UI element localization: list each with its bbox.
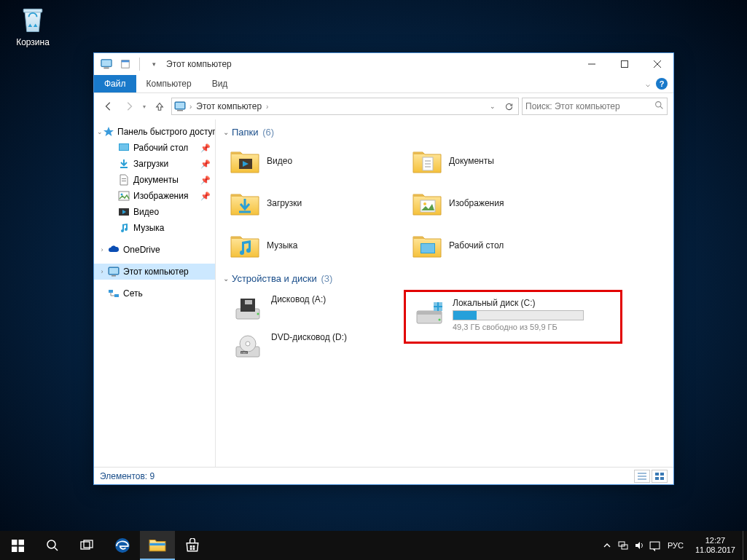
folder-item[interactable]: Музыка <box>229 228 411 263</box>
qat-properties-icon[interactable] <box>117 56 133 72</box>
recycle-bin[interactable]: Корзина <box>7 4 58 47</box>
taskbar-explorer[interactable] <box>140 531 175 560</box>
item-icon <box>117 205 130 218</box>
sidebar-item-label: Сеть <box>123 288 143 299</box>
sidebar-item[interactable]: Видео <box>94 204 215 220</box>
svg-point-41 <box>257 313 259 315</box>
tray-language[interactable]: РУС <box>663 541 688 550</box>
svg-rect-25 <box>112 275 116 277</box>
svg-rect-61 <box>660 477 664 480</box>
item-icon <box>117 221 130 234</box>
help-icon[interactable]: ? <box>656 78 668 90</box>
folder-label: Рабочий стол <box>449 240 504 251</box>
taskbar-search-button[interactable] <box>35 531 70 560</box>
sidebar-item-label: Изображения <box>133 191 188 201</box>
folder-icon <box>411 146 443 176</box>
pin-icon: 📌 <box>200 159 211 169</box>
sidebar-item[interactable]: Рабочий стол📌 <box>94 140 215 156</box>
svg-rect-78 <box>650 542 660 549</box>
sidebar-item[interactable]: Документы📌 <box>94 172 215 188</box>
svg-rect-63 <box>18 540 23 545</box>
forward-button[interactable] <box>120 98 138 115</box>
maximize-button[interactable] <box>608 53 641 75</box>
chevron-down-icon: ⌄ <box>223 128 229 136</box>
chevron-right-icon[interactable]: › <box>97 268 107 275</box>
group-drives-header[interactable]: ⌄ Устройства и диски (3) <box>223 273 666 284</box>
tray-network-icon[interactable] <box>615 540 631 551</box>
drive-label: Дисковод (A:) <box>271 294 401 304</box>
svg-rect-48 <box>417 311 442 315</box>
drive-item-c[interactable]: Локальный диск (C:)49,3 ГБ свободно из 5… <box>410 293 616 336</box>
recent-locations-icon[interactable]: ▾ <box>141 103 148 110</box>
show-desktop-button[interactable] <box>743 531 747 560</box>
svg-rect-3 <box>103 68 109 69</box>
svg-rect-65 <box>18 546 23 551</box>
sidebar-quick-access[interactable]: ⌄ Панель быстрого доступа <box>94 124 215 140</box>
thispc-icon <box>98 56 114 72</box>
minimize-button[interactable] <box>575 53 608 75</box>
refresh-button[interactable] <box>501 98 517 114</box>
drive-item[interactable]: Дисковод (A:) <box>229 290 404 328</box>
folder-icon <box>411 231 443 260</box>
view-large-button[interactable] <box>652 470 668 483</box>
drive-item[interactable]: DVDDVD-дисковод (D:) <box>229 328 404 366</box>
close-button[interactable] <box>641 53 673 75</box>
folder-item[interactable]: Загрузки <box>229 186 411 221</box>
taskbar-store[interactable] <box>175 531 210 560</box>
folder-item[interactable]: Видео <box>229 143 411 178</box>
address-bar[interactable]: › Этот компьютер › ⌄ <box>171 98 519 115</box>
chevron-right-icon[interactable]: › <box>97 246 107 253</box>
group-folders-header[interactable]: ⌄ Папки (6) <box>223 127 666 138</box>
chevron-right-icon[interactable]: › <box>189 103 192 111</box>
breadcrumb[interactable]: Этот компьютер <box>195 101 263 111</box>
taskview-button[interactable] <box>70 531 105 560</box>
taskbar: РУС 12:27 11.08.2017 <box>0 531 747 560</box>
svg-point-44 <box>246 342 250 346</box>
back-button[interactable] <box>100 98 117 115</box>
search-input[interactable] <box>525 101 654 111</box>
folder-item[interactable]: Рабочий стол <box>411 228 615 263</box>
svg-rect-18 <box>122 178 126 179</box>
window-title: Этот компьютер <box>166 59 232 69</box>
monitor-icon <box>107 265 120 278</box>
sidebar-item-label: Музыка <box>133 223 164 233</box>
tray-overflow-icon[interactable] <box>599 542 615 549</box>
drive-icon <box>232 294 264 323</box>
chevron-down-icon[interactable]: ⌄ <box>97 128 103 135</box>
tab-view[interactable]: Вид <box>202 75 238 92</box>
sidebar-thispc[interactable]: › Этот компьютер <box>94 264 215 280</box>
group-label: Устройства и диски <box>232 273 317 284</box>
tray-clock[interactable]: 12:27 11.08.2017 <box>688 536 743 555</box>
address-icon <box>173 100 187 113</box>
tray-notifications-icon[interactable] <box>647 540 663 551</box>
search-box[interactable] <box>522 98 668 115</box>
tab-computer[interactable]: Компьютер <box>136 75 202 92</box>
view-details-button[interactable] <box>634 470 650 483</box>
start-button[interactable] <box>0 531 35 560</box>
svg-rect-64 <box>12 546 17 551</box>
svg-rect-16 <box>120 144 128 150</box>
folder-item[interactable]: Документы <box>411 143 615 178</box>
sidebar-item[interactable]: Загрузки📌 <box>94 156 215 172</box>
taskbar-edge[interactable] <box>105 531 140 560</box>
sidebar-network[interactable]: › Сеть <box>94 285 215 301</box>
chevron-right-icon[interactable]: › <box>266 103 268 111</box>
folder-item[interactable]: Изображения <box>411 186 615 221</box>
qat-dropdown-icon[interactable]: ▾ <box>146 56 162 72</box>
tray-volume-icon[interactable] <box>631 540 647 551</box>
main-panel: ⌄ Папки (6) ВидеоДокументыЗагрузкиИзобра… <box>216 119 673 467</box>
sidebar-item[interactable]: Музыка <box>94 220 215 236</box>
svg-rect-59 <box>660 473 664 476</box>
sidebar-onedrive[interactable]: › OneDrive <box>94 242 215 258</box>
svg-rect-54 <box>439 307 442 311</box>
tab-file[interactable]: Файл <box>94 75 136 92</box>
ribbon-expand-icon[interactable]: ⌵ <box>646 80 650 88</box>
status-text: Элементов: 9 <box>100 471 155 481</box>
sidebar-item-label: Документы <box>133 175 179 185</box>
search-icon[interactable] <box>654 100 664 112</box>
up-button[interactable] <box>151 98 168 115</box>
address-dropdown-icon[interactable]: ⌄ <box>485 98 501 114</box>
sidebar-item[interactable]: Изображения📌 <box>94 188 215 204</box>
svg-rect-51 <box>434 302 437 306</box>
svg-rect-74 <box>190 548 192 550</box>
